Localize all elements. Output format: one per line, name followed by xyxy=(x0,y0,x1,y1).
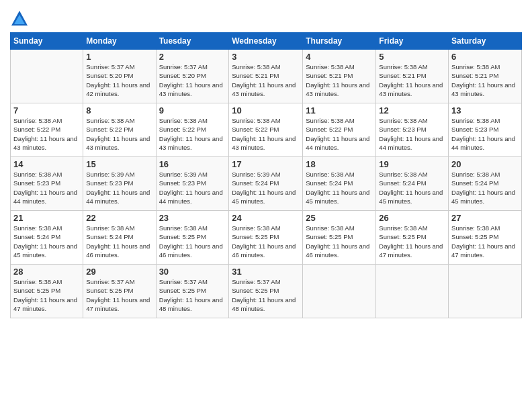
day-number: 25 xyxy=(306,213,373,223)
day-cell: 14Sunrise: 5:38 AMSunset: 5:23 PMDayligh… xyxy=(11,157,83,211)
day-cell: 22Sunrise: 5:38 AMSunset: 5:24 PMDayligh… xyxy=(83,211,156,265)
day-cell: 6Sunrise: 5:38 AMSunset: 5:21 PMDaylight… xyxy=(449,50,522,103)
day-info: Sunrise: 5:38 AMSunset: 5:22 PMDaylight:… xyxy=(13,116,80,152)
day-cell: 7Sunrise: 5:38 AMSunset: 5:22 PMDaylight… xyxy=(11,103,83,157)
day-cell: 12Sunrise: 5:38 AMSunset: 5:23 PMDayligh… xyxy=(376,103,449,157)
day-info: Sunrise: 5:38 AMSunset: 5:25 PMDaylight:… xyxy=(13,277,80,313)
day-number: 26 xyxy=(379,213,445,223)
logo xyxy=(10,9,32,28)
day-info: Sunrise: 5:38 AMSunset: 5:25 PMDaylight:… xyxy=(379,224,445,259)
day-number: 27 xyxy=(451,213,519,223)
calendar-table: SundayMondayTuesdayWednesdayThursdayFrid… xyxy=(10,32,522,318)
day-info: Sunrise: 5:38 AMSunset: 5:21 PMDaylight:… xyxy=(232,62,300,98)
week-row-1: 1Sunrise: 5:37 AMSunset: 5:20 PMDaylight… xyxy=(11,50,522,103)
day-number: 19 xyxy=(379,159,445,169)
day-cell: 10Sunrise: 5:38 AMSunset: 5:22 PMDayligh… xyxy=(229,103,303,157)
week-row-3: 14Sunrise: 5:38 AMSunset: 5:23 PMDayligh… xyxy=(11,157,522,211)
day-cell: 18Sunrise: 5:38 AMSunset: 5:24 PMDayligh… xyxy=(303,157,376,211)
day-number: 4 xyxy=(306,52,373,62)
day-info: Sunrise: 5:38 AMSunset: 5:25 PMDaylight:… xyxy=(159,224,226,259)
day-number: 8 xyxy=(86,105,152,116)
day-info: Sunrise: 5:38 AMSunset: 5:21 PMDaylight:… xyxy=(306,62,373,98)
day-number: 1 xyxy=(86,52,152,62)
day-info: Sunrise: 5:38 AMSunset: 5:24 PMDaylight:… xyxy=(86,224,152,259)
day-cell: 19Sunrise: 5:38 AMSunset: 5:24 PMDayligh… xyxy=(376,157,449,211)
day-number: 18 xyxy=(306,159,373,169)
day-info: Sunrise: 5:38 AMSunset: 5:22 PMDaylight:… xyxy=(86,116,152,152)
day-cell xyxy=(449,265,522,318)
day-number: 31 xyxy=(232,267,300,277)
day-info: Sunrise: 5:38 AMSunset: 5:24 PMDaylight:… xyxy=(379,170,445,205)
day-number: 9 xyxy=(159,105,226,116)
day-info: Sunrise: 5:37 AMSunset: 5:25 PMDaylight:… xyxy=(232,277,300,313)
day-info: Sunrise: 5:38 AMSunset: 5:24 PMDaylight:… xyxy=(13,224,80,259)
header-cell-thursday: Thursday xyxy=(303,33,376,50)
day-info: Sunrise: 5:37 AMSunset: 5:25 PMDaylight:… xyxy=(86,277,152,313)
day-number: 30 xyxy=(159,267,226,277)
day-number: 11 xyxy=(306,105,373,116)
day-info: Sunrise: 5:38 AMSunset: 5:22 PMDaylight:… xyxy=(232,116,300,152)
day-cell: 29Sunrise: 5:37 AMSunset: 5:25 PMDayligh… xyxy=(83,265,156,318)
day-number: 5 xyxy=(379,52,445,62)
day-info: Sunrise: 5:39 AMSunset: 5:23 PMDaylight:… xyxy=(159,170,226,205)
header-cell-monday: Monday xyxy=(83,33,156,50)
header xyxy=(10,7,522,28)
header-cell-tuesday: Tuesday xyxy=(156,33,229,50)
day-cell: 21Sunrise: 5:38 AMSunset: 5:24 PMDayligh… xyxy=(11,211,83,265)
day-cell: 25Sunrise: 5:38 AMSunset: 5:25 PMDayligh… xyxy=(303,211,376,265)
day-cell: 20Sunrise: 5:38 AMSunset: 5:24 PMDayligh… xyxy=(449,157,522,211)
day-cell: 8Sunrise: 5:38 AMSunset: 5:22 PMDaylight… xyxy=(83,103,156,157)
day-info: Sunrise: 5:37 AMSunset: 5:20 PMDaylight:… xyxy=(86,62,152,98)
day-cell: 30Sunrise: 5:37 AMSunset: 5:25 PMDayligh… xyxy=(156,265,229,318)
day-info: Sunrise: 5:38 AMSunset: 5:23 PMDaylight:… xyxy=(13,170,80,205)
page-container: SundayMondayTuesdayWednesdayThursdayFrid… xyxy=(0,0,532,325)
day-info: Sunrise: 5:38 AMSunset: 5:22 PMDaylight:… xyxy=(159,116,226,152)
day-number: 3 xyxy=(232,52,300,62)
day-cell: 9Sunrise: 5:38 AMSunset: 5:22 PMDaylight… xyxy=(156,103,229,157)
day-number: 2 xyxy=(159,52,226,62)
day-info: Sunrise: 5:37 AMSunset: 5:25 PMDaylight:… xyxy=(159,277,226,313)
day-number: 21 xyxy=(13,213,80,223)
day-number: 13 xyxy=(451,105,519,116)
day-info: Sunrise: 5:38 AMSunset: 5:24 PMDaylight:… xyxy=(306,170,373,205)
day-cell: 2Sunrise: 5:37 AMSunset: 5:20 PMDaylight… xyxy=(156,50,229,103)
day-cell: 16Sunrise: 5:39 AMSunset: 5:23 PMDayligh… xyxy=(156,157,229,211)
header-cell-sunday: Sunday xyxy=(11,33,83,50)
day-number: 29 xyxy=(86,267,152,277)
day-info: Sunrise: 5:38 AMSunset: 5:24 PMDaylight:… xyxy=(451,170,519,205)
day-info: Sunrise: 5:38 AMSunset: 5:21 PMDaylight:… xyxy=(451,62,519,98)
day-info: Sunrise: 5:39 AMSunset: 5:23 PMDaylight:… xyxy=(86,170,152,205)
day-cell: 4Sunrise: 5:38 AMSunset: 5:21 PMDaylight… xyxy=(303,50,376,103)
day-cell: 26Sunrise: 5:38 AMSunset: 5:25 PMDayligh… xyxy=(376,211,449,265)
day-number: 7 xyxy=(13,105,80,116)
day-cell: 17Sunrise: 5:39 AMSunset: 5:24 PMDayligh… xyxy=(229,157,303,211)
day-info: Sunrise: 5:38 AMSunset: 5:21 PMDaylight:… xyxy=(379,62,445,98)
day-number: 6 xyxy=(451,52,519,62)
day-cell: 1Sunrise: 5:37 AMSunset: 5:20 PMDaylight… xyxy=(83,50,156,103)
header-cell-friday: Friday xyxy=(376,33,449,50)
day-cell xyxy=(376,265,449,318)
header-cell-wednesday: Wednesday xyxy=(229,33,303,50)
day-cell xyxy=(303,265,376,318)
day-number: 24 xyxy=(232,213,300,223)
day-cell: 31Sunrise: 5:37 AMSunset: 5:25 PMDayligh… xyxy=(229,265,303,318)
day-cell: 11Sunrise: 5:38 AMSunset: 5:22 PMDayligh… xyxy=(303,103,376,157)
day-number: 14 xyxy=(13,159,80,169)
day-cell: 23Sunrise: 5:38 AMSunset: 5:25 PMDayligh… xyxy=(156,211,229,265)
day-info: Sunrise: 5:38 AMSunset: 5:22 PMDaylight:… xyxy=(306,116,373,152)
day-cell: 13Sunrise: 5:38 AMSunset: 5:23 PMDayligh… xyxy=(449,103,522,157)
day-info: Sunrise: 5:38 AMSunset: 5:25 PMDaylight:… xyxy=(451,224,519,259)
header-cell-saturday: Saturday xyxy=(449,33,522,50)
day-number: 10 xyxy=(232,105,300,116)
day-info: Sunrise: 5:37 AMSunset: 5:20 PMDaylight:… xyxy=(159,62,226,98)
day-cell: 24Sunrise: 5:38 AMSunset: 5:25 PMDayligh… xyxy=(229,211,303,265)
day-cell: 15Sunrise: 5:39 AMSunset: 5:23 PMDayligh… xyxy=(83,157,156,211)
header-row: SundayMondayTuesdayWednesdayThursdayFrid… xyxy=(11,33,522,50)
day-number: 23 xyxy=(159,213,226,223)
day-number: 17 xyxy=(232,159,300,169)
week-row-2: 7Sunrise: 5:38 AMSunset: 5:22 PMDaylight… xyxy=(11,103,522,157)
day-info: Sunrise: 5:38 AMSunset: 5:25 PMDaylight:… xyxy=(306,224,373,259)
day-cell: 28Sunrise: 5:38 AMSunset: 5:25 PMDayligh… xyxy=(11,265,83,318)
day-number: 15 xyxy=(86,159,152,169)
week-row-4: 21Sunrise: 5:38 AMSunset: 5:24 PMDayligh… xyxy=(11,211,522,265)
